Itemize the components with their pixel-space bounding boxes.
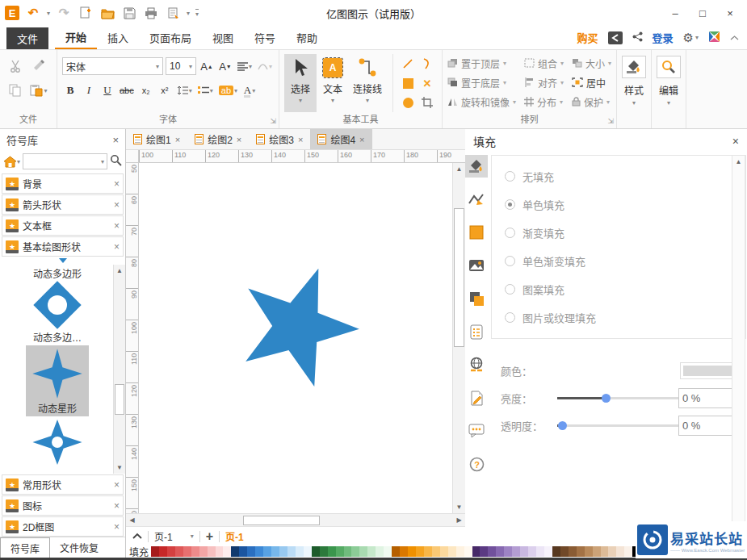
- export-dropdown-icon[interactable]: ▾: [187, 10, 190, 17]
- line-style-tab-icon[interactable]: [465, 188, 488, 211]
- palette-swatch[interactable]: [585, 546, 593, 557]
- shape-dynamic-star-selected[interactable]: 动态星形: [26, 345, 89, 416]
- star-shape[interactable]: [228, 261, 367, 392]
- sidebar-tab-file-recovery[interactable]: 文件恢复: [50, 537, 108, 558]
- arrange-group-expand-icon[interactable]: ⇲: [608, 117, 615, 125]
- hyperlink-tab-icon[interactable]: [465, 353, 488, 376]
- subscript-button[interactable]: x₂: [138, 81, 154, 99]
- palette-swatch[interactable]: [560, 546, 569, 557]
- palette-swatch[interactable]: [255, 546, 263, 557]
- brand-pinwheel-icon[interactable]: [708, 31, 720, 45]
- palette-swatch[interactable]: [616, 546, 624, 557]
- palette-swatch[interactable]: [231, 546, 239, 557]
- palette-swatch[interactable]: [312, 546, 320, 557]
- palette-swatch[interactable]: [536, 546, 544, 557]
- distribute-button[interactable]: 分布▾: [524, 93, 564, 111]
- palette-swatch[interactable]: [392, 546, 400, 557]
- scroll-left-icon[interactable]: ◀: [126, 514, 138, 526]
- underline-button[interactable]: U: [99, 81, 115, 99]
- palette-swatch[interactable]: [151, 546, 159, 557]
- arc-tool-icon[interactable]: [422, 58, 432, 69]
- quick-color-tab-icon[interactable]: [465, 221, 488, 244]
- fill-option-pattern[interactable]: 图案填充: [505, 275, 732, 303]
- palette-swatch[interactable]: [247, 546, 255, 557]
- palette-swatch[interactable]: [528, 546, 536, 557]
- scroll-down-icon[interactable]: ▼: [453, 501, 465, 513]
- horizontal-scrollbar-thumb[interactable]: [243, 516, 320, 525]
- shape-dynamic-star-2[interactable]: [3, 420, 111, 465]
- sidebar-close-icon[interactable]: ×: [112, 134, 119, 146]
- share-box-icon[interactable]: [608, 31, 623, 44]
- palette-swatch[interactable]: [552, 546, 560, 557]
- picture-tab-icon[interactable]: [465, 254, 488, 277]
- canvas-vertical-scrollbar[interactable]: ▲ ▼: [452, 163, 465, 513]
- library-close-icon[interactable]: ×: [114, 479, 120, 491]
- fill-option-single-gradient[interactable]: 单色渐变填充: [505, 247, 732, 275]
- undo-icon[interactable]: ↶: [25, 5, 41, 21]
- style-button[interactable]: [622, 56, 646, 78]
- palette-swatch[interactable]: [263, 546, 271, 557]
- freeform-tool-icon[interactable]: ✕: [423, 77, 432, 90]
- italic-button[interactable]: I: [81, 81, 97, 99]
- select-tool-button[interactable]: 选择 ▾: [284, 54, 317, 112]
- palette-swatch[interactable]: [183, 546, 191, 557]
- palette-swatch[interactable]: [208, 546, 216, 557]
- fill-option-none[interactable]: 无填充: [505, 162, 732, 190]
- app-logo-icon[interactable]: E: [5, 6, 19, 20]
- palette-swatch[interactable]: [328, 546, 336, 557]
- ellipse-tool-icon[interactable]: [403, 98, 413, 108]
- format-painter-icon[interactable]: [32, 60, 45, 73]
- fill-tab-icon[interactable]: [465, 155, 488, 178]
- maximize-button[interactable]: □: [690, 4, 715, 22]
- tab-symbols[interactable]: 符号: [244, 26, 286, 49]
- palette-swatch[interactable]: [400, 546, 408, 557]
- palette-swatch[interactable]: [175, 546, 183, 557]
- library-home-icon[interactable]: ▾: [3, 156, 20, 168]
- opacity-slider-thumb[interactable]: [558, 421, 567, 430]
- size-button[interactable]: 大小▾: [572, 54, 611, 72]
- tab-home[interactable]: 开始: [55, 26, 97, 49]
- palette-swatch[interactable]: [464, 546, 472, 557]
- library-close-icon[interactable]: ×: [114, 220, 120, 232]
- palette-swatch[interactable]: [216, 546, 224, 557]
- library-item-icons[interactable]: ★ 图标 ×: [2, 495, 124, 516]
- palette-swatch[interactable]: [593, 546, 601, 557]
- palette-swatch[interactable]: [296, 546, 304, 557]
- palette-swatch[interactable]: [608, 546, 616, 557]
- palette-swatch[interactable]: [408, 546, 416, 557]
- new-file-icon[interactable]: [78, 5, 94, 21]
- text-arc-button[interactable]: ▾: [256, 57, 274, 75]
- doc-tab-3[interactable]: 绘图3 ×: [249, 129, 310, 149]
- palette-swatch[interactable]: [351, 546, 359, 557]
- note-tab-icon[interactable]: [465, 320, 488, 343]
- palette-swatch[interactable]: [440, 546, 448, 557]
- export-icon[interactable]: [165, 5, 181, 21]
- palette-swatch[interactable]: [167, 546, 175, 557]
- font-group-expand-icon[interactable]: ⇲: [270, 117, 276, 125]
- tab-page-layout[interactable]: 页面布局: [139, 26, 202, 49]
- library-close-icon[interactable]: ×: [114, 199, 120, 211]
- strikethrough-button[interactable]: abc: [118, 81, 136, 99]
- fill-panel-scrollbar[interactable]: ▲: [732, 155, 745, 541]
- shrink-font-button[interactable]: A▼: [217, 57, 233, 75]
- palette-swatch[interactable]: [191, 546, 199, 557]
- scroll-up-icon[interactable]: ▲: [114, 265, 126, 277]
- drawing-canvas[interactable]: [139, 163, 452, 513]
- tab-view[interactable]: 视图: [202, 26, 244, 49]
- library-expand-indicator-icon[interactable]: [59, 258, 67, 263]
- library-close-icon[interactable]: ×: [114, 521, 120, 533]
- font-family-select[interactable]: 宋体▾: [62, 57, 163, 75]
- palette-swatch[interactable]: [376, 546, 384, 557]
- palette-swatch[interactable]: [577, 546, 585, 557]
- scroll-right-icon[interactable]: ▶: [453, 514, 465, 526]
- scroll-up-icon[interactable]: ▲: [453, 163, 465, 175]
- library-item-textbox[interactable]: ★ 文本框 ×: [2, 215, 124, 236]
- scroll-up-icon[interactable]: ▲: [732, 156, 745, 168]
- font-size-select[interactable]: 10▾: [166, 57, 196, 75]
- align-button[interactable]: 对齐▾: [524, 73, 564, 91]
- palette-swatch[interactable]: [544, 546, 552, 557]
- palette-swatch[interactable]: [504, 546, 512, 557]
- library-close-icon[interactable]: ×: [114, 500, 120, 512]
- share-icon[interactable]: [632, 31, 643, 44]
- palette-swatch[interactable]: [279, 546, 287, 557]
